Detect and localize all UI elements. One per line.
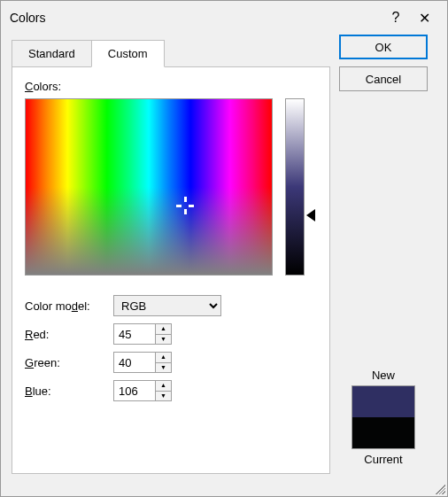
- current-label: Current: [351, 453, 415, 466]
- color-spectrum[interactable]: [25, 98, 273, 276]
- green-label: Green:: [25, 356, 113, 369]
- green-spin-up-icon[interactable]: ▲: [156, 353, 171, 363]
- preview-new-color: [352, 386, 414, 417]
- color-model-select[interactable]: RGB: [113, 295, 221, 316]
- help-icon[interactable]: ?: [382, 10, 410, 26]
- model-label: Color model:: [25, 299, 113, 313]
- green-spin-down-icon[interactable]: ▼: [156, 363, 171, 373]
- preview-current-color: [352, 417, 414, 448]
- blue-spin-buttons: ▲ ▼: [156, 380, 172, 401]
- tab-custom[interactable]: Custom: [91, 40, 165, 67]
- row-green: Green: ▲ ▼: [25, 352, 317, 373]
- luminance-column: [285, 98, 315, 276]
- blue-input[interactable]: [113, 380, 156, 401]
- green-input[interactable]: [113, 352, 156, 373]
- colors-label: Colors:: [25, 80, 61, 93]
- luminance-bar[interactable]: [285, 98, 305, 276]
- red-label: Red:: [25, 328, 113, 341]
- left-panel: Standard Custom Colors: Color model: RGB: [12, 35, 330, 485]
- red-spin-buttons: ▲ ▼: [156, 323, 172, 345]
- red-spin-down-icon[interactable]: ▼: [156, 335, 171, 345]
- red-input[interactable]: [113, 323, 156, 345]
- luminance-arrow-icon[interactable]: [306, 209, 315, 221]
- close-icon[interactable]: ✕: [410, 10, 438, 27]
- crosshair-icon: [176, 197, 194, 214]
- blue-label: Blue:: [25, 384, 113, 398]
- row-blue: Blue: ▲ ▼: [25, 380, 317, 401]
- blue-spin-up-icon[interactable]: ▲: [156, 381, 171, 392]
- blue-spinner: ▲ ▼: [113, 380, 172, 401]
- resize-grip-icon[interactable]: [433, 482, 445, 494]
- tab-standard[interactable]: Standard: [12, 40, 91, 67]
- green-spinner: ▲ ▼: [113, 352, 172, 373]
- cancel-button[interactable]: Cancel: [339, 66, 428, 91]
- title-bar: Colors ? ✕: [1, 1, 447, 35]
- right-panel: OK Cancel New Current: [330, 35, 436, 485]
- tab-panel-custom: Colors: Color model: RGB Red: [12, 66, 330, 474]
- dialog-content: Standard Custom Colors: Color model: RGB: [1, 35, 447, 496]
- row-red: Red: ▲ ▼: [25, 323, 317, 345]
- new-label: New: [351, 369, 415, 382]
- tabs: Standard Custom: [12, 40, 330, 67]
- preview-box: [351, 385, 415, 449]
- green-spin-buttons: ▲ ▼: [156, 352, 172, 373]
- ok-button[interactable]: OK: [339, 35, 428, 59]
- row-model: Color model: RGB: [25, 295, 317, 316]
- red-spin-up-icon[interactable]: ▲: [156, 324, 171, 335]
- dialog-title: Colors: [10, 11, 382, 25]
- form: Color model: RGB Red: ▲ ▼: [25, 295, 317, 401]
- picker-row: [25, 98, 317, 276]
- red-spinner: ▲ ▼: [113, 323, 172, 345]
- blue-spin-down-icon[interactable]: ▼: [156, 392, 171, 401]
- preview-area: New Current: [351, 365, 415, 470]
